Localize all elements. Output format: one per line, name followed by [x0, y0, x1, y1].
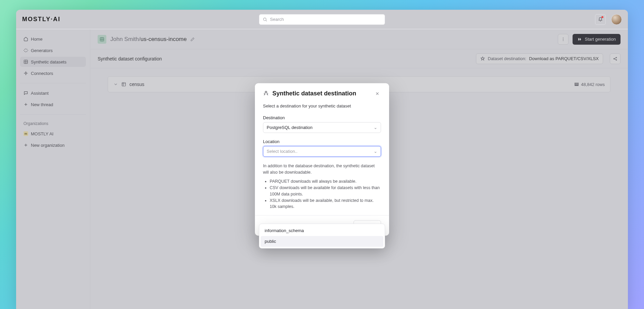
note-bullet: PARQUET downloads will always be availab… — [270, 178, 381, 185]
modal-icon — [263, 90, 269, 96]
brand-logo: MOSTLY·AI — [22, 16, 60, 23]
user-avatar[interactable] — [611, 14, 622, 25]
note-bullet: XSLX downloads will be available, but re… — [270, 197, 381, 210]
chevron-down-icon: ⌄ — [374, 125, 377, 130]
search-icon — [263, 17, 267, 22]
destination-field-label: Destination — [263, 115, 381, 120]
svg-line-1 — [266, 20, 267, 21]
chevron-down-icon: ⌄ — [374, 149, 377, 154]
close-icon — [375, 91, 380, 96]
destination-select[interactable]: PostgreSQL destination ⌄ — [263, 122, 381, 133]
location-field-label: Location — [263, 139, 381, 144]
modal-description: Select a destination for your synthetic … — [263, 103, 381, 108]
location-option[interactable]: public — [261, 236, 383, 247]
note-bullet: CSV downloads will be available for data… — [270, 185, 381, 197]
search-placeholder: Search — [270, 17, 284, 22]
notification-dot — [601, 16, 603, 18]
svg-point-0 — [263, 18, 266, 20]
note-text: In addition to the database destination,… — [263, 163, 381, 176]
location-select[interactable]: Select location.. ⌄ — [263, 146, 381, 157]
search-input[interactable]: Search — [259, 14, 385, 25]
notifications-button[interactable] — [595, 14, 606, 25]
location-option[interactable]: information_schema — [261, 225, 383, 236]
location-dropdown: information_schema public — [259, 223, 385, 248]
destination-modal: Synthetic dataset destination Select a d… — [255, 83, 389, 236]
modal-title: Synthetic dataset destination — [272, 90, 356, 97]
close-button[interactable] — [374, 90, 381, 97]
